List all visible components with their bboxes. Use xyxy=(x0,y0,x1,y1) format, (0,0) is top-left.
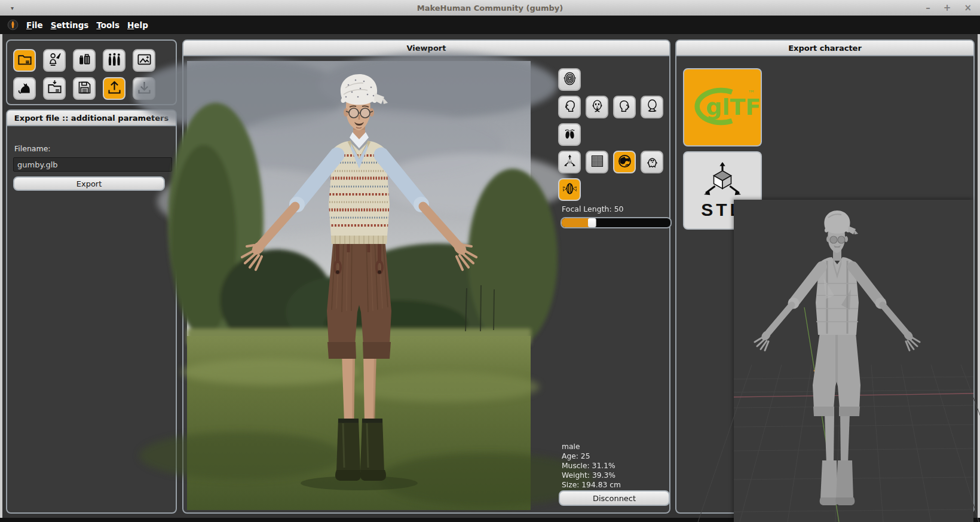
clay-preview-window[interactable] xyxy=(734,200,973,522)
3d-viewport-render[interactable] xyxy=(187,61,531,510)
pose-tab-button[interactable] xyxy=(13,77,36,100)
three-people-icon xyxy=(106,51,122,69)
menu-tools[interactable]: Tools xyxy=(96,20,120,30)
export-tab-button[interactable] xyxy=(103,77,125,100)
grid-icon xyxy=(589,153,605,171)
stat-muscle: Muscle: 31.1% xyxy=(562,461,621,471)
gltf-logo-icon: glTF ™ xyxy=(688,77,757,138)
window-title: MakeHuman Community (gumby) xyxy=(0,4,980,13)
modelling-tab-button[interactable] xyxy=(43,49,66,72)
export-up-arrow-icon xyxy=(106,80,122,97)
view-top-button[interactable] xyxy=(558,68,581,91)
toggle-grid-button[interactable] xyxy=(586,151,608,173)
window-border-left xyxy=(0,16,2,522)
head-right-profile-icon xyxy=(617,98,633,116)
suitcase-icon xyxy=(76,51,93,69)
stat-age: Age: 25 xyxy=(562,451,621,461)
focal-length-slider[interactable] xyxy=(561,217,672,228)
minimize-button[interactable]: – xyxy=(926,4,930,12)
view-feet-button[interactable] xyxy=(558,123,581,146)
filename-label: Filename: xyxy=(14,144,51,153)
sculpt-bust-icon xyxy=(47,51,63,69)
feet-icon xyxy=(562,126,578,144)
window-border-right xyxy=(978,16,980,522)
viewport-panel: Viewport xyxy=(182,39,670,514)
stat-weight: Weight: 39.3% xyxy=(562,471,621,480)
close-button[interactable]: × xyxy=(964,4,972,12)
floppy-save-icon xyxy=(76,80,93,97)
filename-input[interactable] xyxy=(13,157,172,172)
image-icon xyxy=(136,51,152,69)
view-axes-button[interactable] xyxy=(558,151,581,173)
menu-bar: File Settings Tools Help xyxy=(0,16,980,34)
globe-icon xyxy=(617,153,633,171)
model-stats: male Age: 25 Muscle: 31.1% Weight: 39.3%… xyxy=(562,442,621,490)
focal-length-label: Focal Length: 50 xyxy=(562,204,624,213)
materials-tab-button[interactable] xyxy=(73,49,96,72)
svg-text:™: ™ xyxy=(748,89,755,97)
cat-icon xyxy=(17,80,33,97)
makehuman-window: ▾ MakeHuman Community (gumby) – + × File… xyxy=(0,0,980,522)
disconnect-button[interactable]: Disconnect xyxy=(559,490,670,506)
files-tab-button[interactable] xyxy=(13,49,36,72)
toggle-camera-view-button[interactable] xyxy=(558,178,581,201)
export-character-title: Export character xyxy=(676,41,973,56)
menu-settings[interactable]: Settings xyxy=(51,20,89,30)
axes-gizmo-icon xyxy=(562,153,578,171)
menu-file[interactable]: File xyxy=(26,20,43,30)
save-tab-button[interactable] xyxy=(73,77,96,100)
format-gltf-button[interactable]: glTF ™ xyxy=(683,68,762,146)
stat-size: Size: 194.83 cm xyxy=(562,480,621,490)
head-top-icon xyxy=(562,71,578,88)
head-front-icon xyxy=(589,98,605,116)
focal-length-slider-fill xyxy=(562,218,590,227)
titlebar: ▾ MakeHuman Community (gumby) – + × xyxy=(0,0,980,16)
view-face-left-button[interactable] xyxy=(558,96,581,118)
community-tab-button[interactable] xyxy=(103,49,125,72)
view-face-front-button[interactable] xyxy=(586,96,608,118)
maximize-button[interactable]: + xyxy=(944,4,951,12)
window-menu-arrow-icon[interactable]: ▾ xyxy=(11,5,14,11)
toggle-ghost-button[interactable] xyxy=(641,151,663,173)
stat-gender: male xyxy=(562,442,621,451)
ghost-icon xyxy=(644,153,660,171)
rendering-tab-button[interactable] xyxy=(133,49,155,72)
folder-icon xyxy=(17,51,33,69)
makehuman-logo-icon xyxy=(7,19,19,30)
svg-text:glTF: glTF xyxy=(706,94,761,120)
focal-length-slider-handle[interactable] xyxy=(588,218,596,227)
menu-help[interactable]: Help xyxy=(127,20,148,30)
camera-lens-icon xyxy=(562,181,578,199)
view-face-right-button[interactable] xyxy=(613,96,636,118)
head-back-icon xyxy=(644,98,660,116)
load-tab-button[interactable] xyxy=(43,77,66,100)
export-button[interactable]: Export xyxy=(13,176,165,191)
clay-render-viewport[interactable] xyxy=(734,200,973,522)
view-face-back-button[interactable] xyxy=(641,96,663,118)
folder-load-icon xyxy=(47,80,63,97)
head-left-profile-icon xyxy=(562,98,578,116)
stl-cube-axes-icon xyxy=(699,161,746,200)
toggle-background-button[interactable] xyxy=(613,151,636,173)
